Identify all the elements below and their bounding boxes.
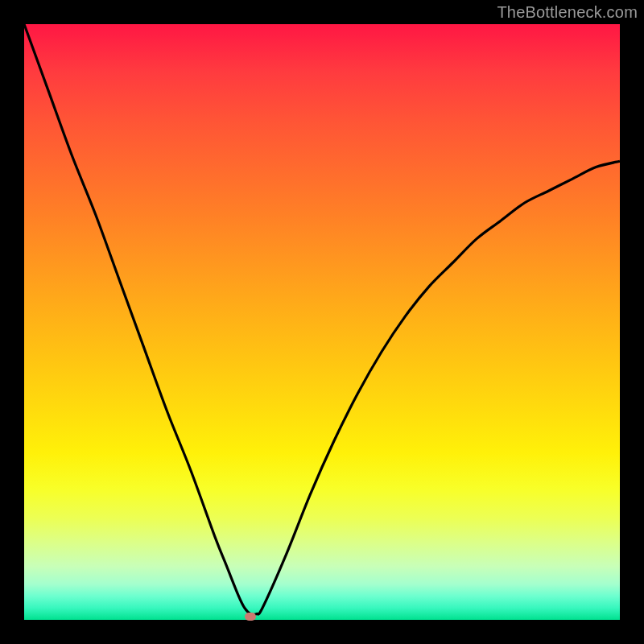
plot-area: [24, 24, 620, 620]
curve-path: [24, 24, 620, 615]
bottleneck-curve: [24, 24, 620, 620]
optimum-marker: [245, 613, 256, 621]
watermark-text: TheBottleneck.com: [497, 3, 638, 22]
chart-frame: TheBottleneck.com: [0, 0, 644, 644]
